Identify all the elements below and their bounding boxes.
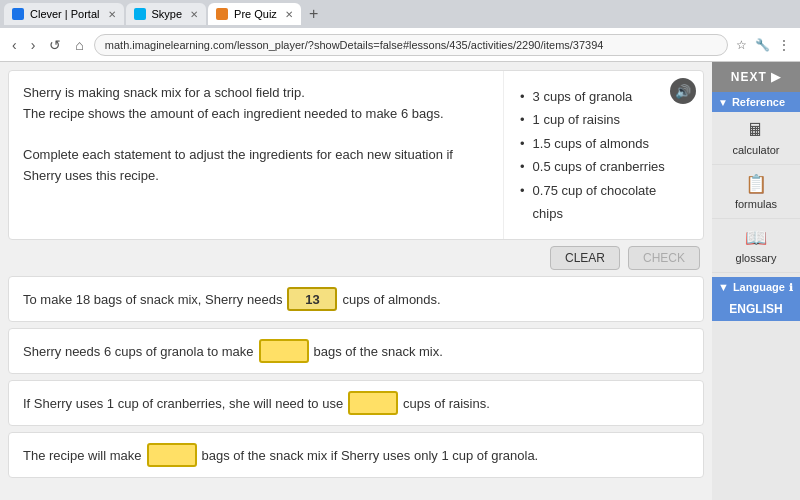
button-row: CLEAR CHECK	[8, 246, 704, 270]
recipe-text-4: 0.5 cups of cranberries	[533, 155, 665, 178]
skype-tab-icon	[134, 8, 146, 20]
recipe-item-3: • 1.5 cups of almonds	[520, 132, 687, 155]
nav-icons: ☆ 🔧 ⋮	[734, 36, 792, 54]
problem-box: Sherry is making snack mix for a school …	[8, 70, 704, 240]
menu-icon[interactable]: ⋮	[776, 36, 792, 54]
language-header[interactable]: ▼ Language ℹ	[712, 277, 800, 297]
recipe-item-2: • 1 cup of raisins	[520, 108, 687, 131]
calculator-icon: 🖩	[747, 120, 765, 141]
problem-line2: The recipe shows the amount of each ingr…	[23, 104, 489, 125]
q4-before: The recipe will make	[23, 446, 142, 466]
question-row-4: The recipe will make bags of the snack m…	[8, 432, 704, 478]
ref-item-formulas[interactable]: 📋 formulas	[712, 165, 800, 219]
problem-line1: Sherry is making snack mix for a school …	[23, 83, 489, 104]
nav-bar: ‹ › ↺ ⌂ ☆ 🔧 ⋮	[0, 28, 800, 62]
bullet-1: •	[520, 85, 525, 108]
glossary-label: glossary	[736, 252, 777, 264]
reload-button[interactable]: ↺	[45, 35, 65, 55]
tab-skype[interactable]: Skype ✕	[126, 3, 207, 25]
skype-tab-label: Skype	[152, 8, 183, 20]
reference-header[interactable]: ▼ Reference	[712, 92, 800, 112]
recipe-item-4: • 0.5 cups of cranberries	[520, 155, 687, 178]
q1-input[interactable]	[287, 287, 337, 311]
browser-chrome: Clever | Portal ✕ Skype ✕ Pre Quiz ✕ + ‹…	[0, 0, 800, 62]
q2-before: Sherry needs 6 cups of granola to make	[23, 342, 254, 362]
ref-item-glossary[interactable]: 📖 glossary	[712, 219, 800, 273]
clever-tab-close[interactable]: ✕	[108, 9, 116, 20]
language-arrow: ▼	[718, 281, 729, 293]
back-button[interactable]: ‹	[8, 35, 21, 55]
extension-icon[interactable]: 🔧	[753, 36, 772, 54]
language-info-icon: ℹ	[789, 282, 793, 293]
language-section: ▼ Language ℹ ENGLISH	[712, 277, 800, 321]
tab-prequiz[interactable]: Pre Quiz ✕	[208, 3, 301, 25]
prequiz-tab-label: Pre Quiz	[234, 8, 277, 20]
reference-label: Reference	[732, 96, 785, 108]
recipe-item-5: • 0.75 cup of chocolate chips	[520, 179, 687, 226]
q3-after: cups of raisins.	[403, 394, 490, 414]
q2-after: bags of the snack mix.	[314, 342, 443, 362]
clever-tab-label: Clever | Portal	[30, 8, 100, 20]
home-button[interactable]: ⌂	[71, 35, 87, 55]
new-tab-button[interactable]: +	[303, 5, 324, 23]
q1-before: To make 18 bags of snack mix, Sherry nee…	[23, 290, 282, 310]
content-area: Sherry is making snack mix for a school …	[0, 62, 712, 500]
bullet-2: •	[520, 108, 525, 131]
next-button[interactable]: NEXT ▶	[712, 62, 800, 92]
ref-item-calculator[interactable]: 🖩 calculator	[712, 112, 800, 165]
language-label: Language	[733, 281, 785, 293]
clear-button[interactable]: CLEAR	[550, 246, 620, 270]
q4-after: bags of the snack mix if Sherry uses onl…	[202, 446, 539, 466]
problem-wrapper: Sherry is making snack mix for a school …	[8, 70, 704, 240]
q1-after: cups of almonds.	[342, 290, 440, 310]
problem-text: Sherry is making snack mix for a school …	[9, 71, 503, 239]
question-row-3: If Sherry uses 1 cup of cranberries, she…	[8, 380, 704, 426]
english-button[interactable]: ENGLISH	[712, 297, 800, 321]
bullet-3: •	[520, 132, 525, 155]
q3-before: If Sherry uses 1 cup of cranberries, she…	[23, 394, 343, 414]
glossary-icon: 📖	[745, 227, 767, 249]
q2-input[interactable]	[259, 339, 309, 363]
recipe-text-3: 1.5 cups of almonds	[533, 132, 649, 155]
question-row-1: To make 18 bags of snack mix, Sherry nee…	[8, 276, 704, 322]
audio-button[interactable]: 🔊	[670, 78, 696, 104]
clever-tab-icon	[12, 8, 24, 20]
reference-section: ▼ Reference	[712, 92, 800, 112]
formulas-icon: 📋	[745, 173, 767, 195]
forward-button[interactable]: ›	[27, 35, 40, 55]
reference-arrow: ▼	[718, 97, 728, 108]
right-sidebar: NEXT ▶ ▼ Reference 🖩 calculator 📋 formul…	[712, 62, 800, 500]
problem-line3: Complete each statement to adjust the in…	[23, 145, 489, 187]
main-layout: Sherry is making snack mix for a school …	[0, 62, 800, 500]
skype-tab-close[interactable]: ✕	[190, 9, 198, 20]
check-button[interactable]: CHECK	[628, 246, 700, 270]
tab-bar: Clever | Portal ✕ Skype ✕ Pre Quiz ✕ +	[0, 0, 800, 28]
prequiz-tab-icon	[216, 8, 228, 20]
tab-clever[interactable]: Clever | Portal ✕	[4, 3, 124, 25]
bookmark-star-icon[interactable]: ☆	[734, 36, 749, 54]
bullet-5: •	[520, 179, 525, 202]
formulas-label: formulas	[735, 198, 777, 210]
recipe-text-5: 0.75 cup of chocolate chips	[533, 179, 687, 226]
q3-input[interactable]	[348, 391, 398, 415]
question-row-2: Sherry needs 6 cups of granola to make b…	[8, 328, 704, 374]
recipe-text-2: 1 cup of raisins	[533, 108, 620, 131]
prequiz-tab-close[interactable]: ✕	[285, 9, 293, 20]
recipe-text-1: 3 cups of granola	[533, 85, 633, 108]
ref-items: 🖩 calculator 📋 formulas 📖 glossary	[712, 112, 800, 273]
q4-input[interactable]	[147, 443, 197, 467]
calculator-label: calculator	[732, 144, 779, 156]
bullet-4: •	[520, 155, 525, 178]
address-bar[interactable]	[94, 34, 728, 56]
recipe-item-1: • 3 cups of granola	[520, 85, 687, 108]
